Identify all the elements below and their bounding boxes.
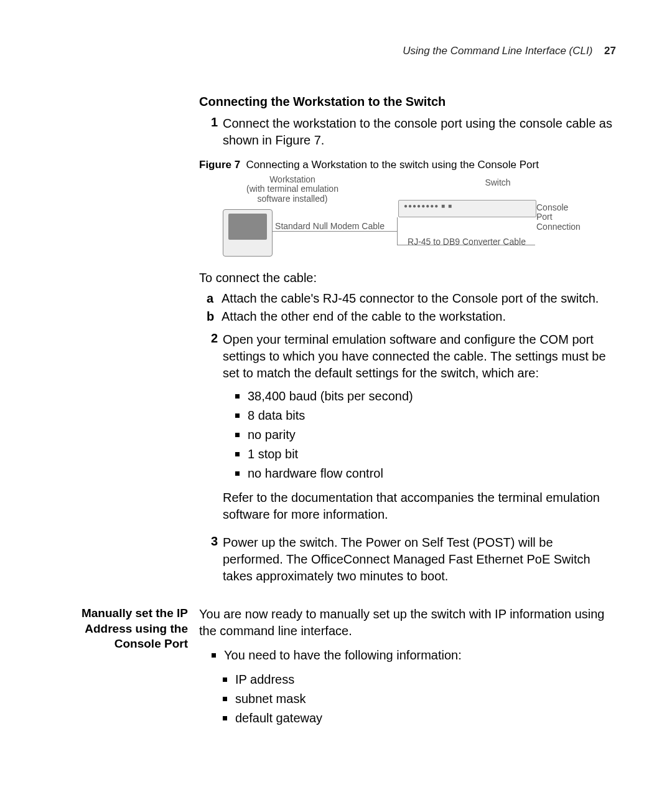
- substep-text: Attach the other end of the cable to the…: [222, 309, 506, 324]
- cable-line: [397, 217, 398, 245]
- step-2: 2 Open your terminal emulation software …: [199, 331, 616, 529]
- figure-caption: Figure 7 Connecting a Workstation to the…: [199, 159, 616, 171]
- step-text: Open your terminal emulation software an…: [223, 331, 616, 382]
- step-text: Connect the workstation to the console p…: [223, 115, 616, 149]
- page-number: 27: [604, 45, 616, 57]
- step-1: 1 Connect the workstation to the console…: [199, 115, 616, 149]
- step-text: Power up the switch. The Power on Self T…: [223, 534, 616, 585]
- figure-caption-text: Connecting a Workstation to the switch u…: [246, 159, 539, 171]
- substep-a: a Attach the cable's RJ-45 connector to …: [207, 291, 616, 306]
- substep-label: a: [207, 291, 222, 306]
- rj45-cable-label: RJ-45 to DB9 Converter Cable: [404, 237, 529, 247]
- list-item: subnet mask: [218, 689, 616, 709]
- settings-list: 38,400 baud (bits per second) 8 data bit…: [230, 387, 616, 483]
- step2-after: Refer to the documentation that accompan…: [223, 489, 616, 523]
- list-item: 1 stop bit: [230, 445, 616, 464]
- workstation-icon: [223, 209, 273, 257]
- console-port-label: Console Port Connection: [536, 203, 586, 232]
- header-title: Using the Command Line Interface (CLI): [403, 45, 592, 57]
- workstation-label: Workstation (with terminal emulation sof…: [236, 175, 348, 204]
- side-heading: Manually set the IP Address using the Co…: [62, 606, 199, 733]
- cable-line: [397, 245, 535, 245]
- list-item: IP address: [218, 670, 616, 689]
- section2-intro: You are now ready to manually set up the…: [199, 606, 616, 639]
- step-number: 2: [199, 331, 218, 529]
- cable-line: [273, 231, 397, 232]
- outer-list: You need to have the following informati…: [207, 646, 616, 665]
- list-item: default gateway: [218, 709, 616, 728]
- list-item: 8 data bits: [230, 406, 616, 425]
- connect-intro: To connect the cable:: [199, 271, 616, 285]
- running-header: Using the Command Line Interface (CLI) 2…: [62, 45, 616, 57]
- figure-label: Figure 7: [199, 159, 240, 171]
- list-item: You need to have the following informati…: [207, 646, 616, 665]
- switch-icon: [398, 200, 536, 217]
- step-number: 3: [199, 534, 218, 585]
- standard-cable-label: Standard Null Modem Cable: [274, 222, 386, 231]
- step-3: 3 Power up the switch. The Power on Self…: [199, 534, 616, 585]
- substep-label: b: [207, 309, 222, 324]
- list-item: no parity: [230, 425, 616, 445]
- switch-label: Switch: [473, 178, 523, 187]
- info-list: IP address subnet mask default gateway: [218, 670, 616, 728]
- list-item: no hardware flow control: [230, 464, 616, 483]
- step-number: 1: [199, 115, 218, 149]
- figure-7-diagram: Workstation (with terminal emulation sof…: [199, 175, 585, 262]
- list-item: 38,400 baud (bits per second): [230, 387, 616, 406]
- substep-b: b Attach the other end of the cable to t…: [207, 309, 616, 324]
- substep-text: Attach the cable's RJ-45 connector to th…: [222, 291, 599, 306]
- section-heading: Connecting the Workstation to the Switch: [199, 95, 616, 109]
